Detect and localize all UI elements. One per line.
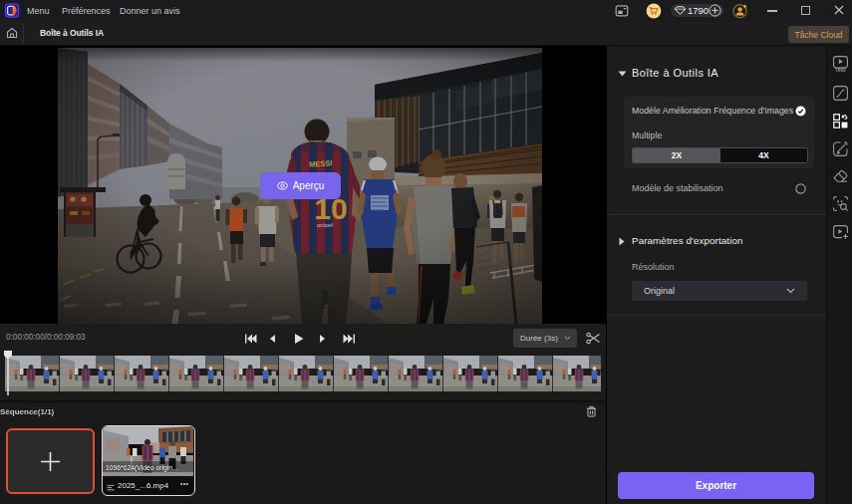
svg-text:UHD: UHD xyxy=(836,68,847,73)
